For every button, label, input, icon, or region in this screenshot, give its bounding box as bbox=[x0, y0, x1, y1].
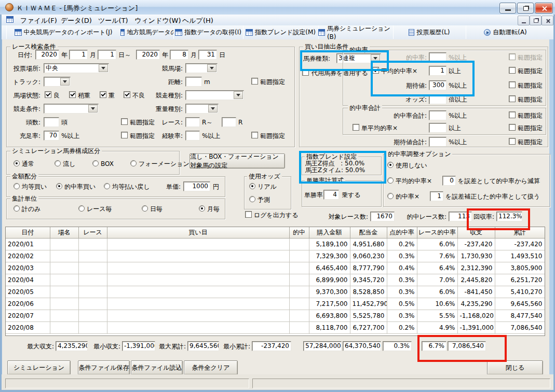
toolbar-auto-run[interactable]: 自動運転(A) bbox=[466, 25, 545, 39]
expect-range-checkbox[interactable] bbox=[509, 81, 516, 88]
radio-box[interactable] bbox=[92, 160, 99, 166]
race-cond-dropdown[interactable] bbox=[44, 104, 99, 114]
radio-per-race[interactable] bbox=[78, 205, 85, 212]
single-avg-checkbox[interactable] bbox=[353, 124, 359, 131]
odds-range-checkbox[interactable] bbox=[509, 95, 516, 102]
menu-tools[interactable]: ツール(T) bbox=[96, 16, 130, 25]
table-row[interactable]: 2020/027,329,3009,060,2300.3%7.6%1,730,9… bbox=[6, 250, 545, 262]
radio-formation[interactable] bbox=[130, 160, 137, 166]
track-dropdown[interactable] bbox=[44, 77, 71, 87]
toolbar-vote-history[interactable]: 投票履歴(L) bbox=[393, 25, 466, 39]
radio-equal-buy[interactable] bbox=[13, 183, 20, 189]
heads-range-checkbox[interactable] bbox=[121, 118, 128, 125]
avg-range-checkbox[interactable] bbox=[509, 67, 516, 74]
child-window-icon[interactable] bbox=[6, 16, 13, 23]
avg-hit-rate-input[interactable]: 1 bbox=[429, 66, 446, 76]
single-avg-range-checkbox[interactable] bbox=[509, 124, 516, 131]
race-from-input[interactable] bbox=[185, 117, 200, 127]
dropdown-arrow-icon[interactable] bbox=[207, 64, 216, 72]
simulate-button[interactable]: シミュレーション bbox=[7, 360, 71, 375]
single-avg-input[interactable] bbox=[429, 123, 446, 133]
state-heavy-checkbox[interactable] bbox=[100, 91, 106, 98]
place-dropdown[interactable]: 中央 bbox=[44, 63, 109, 73]
menu-file[interactable]: ファイル(F) bbox=[18, 16, 59, 25]
radio-equal-payout[interactable] bbox=[104, 183, 110, 189]
table-row[interactable]: 2020/036,465,4008,777,7900.4%6.4%2,312,3… bbox=[6, 262, 545, 274]
toolbar-blend-settings[interactable]: 指数ブレンド設定(M) bbox=[243, 25, 319, 39]
clear-conditions-button[interactable]: 条件全クリア bbox=[184, 360, 238, 375]
heads-input[interactable] bbox=[44, 117, 59, 127]
table-row[interactable]: 2020/076,693,8005,525,7800.3%5.5%-1,168,… bbox=[6, 310, 545, 322]
date-day-to-input[interactable]: 31 bbox=[198, 50, 217, 60]
win-rate-power-input[interactable]: 4 bbox=[323, 190, 339, 200]
child-minimize-button[interactable] bbox=[518, 16, 530, 25]
fill-rate-input[interactable]: 70 bbox=[44, 131, 59, 141]
menu-data[interactable]: データ(D) bbox=[59, 16, 94, 25]
distance-range-checkbox[interactable] bbox=[251, 78, 258, 85]
date-day-from-input[interactable]: 1 bbox=[98, 50, 116, 60]
dropdown-arrow-icon[interactable] bbox=[234, 91, 243, 99]
target-horse-settings-button[interactable]: 流し・BOX・フォーメーション 対象馬の設定 bbox=[189, 153, 285, 169]
state-good-checkbox[interactable] bbox=[45, 91, 51, 98]
state-bad-checkbox[interactable] bbox=[124, 91, 130, 98]
log-output-checkbox[interactable] bbox=[245, 211, 252, 218]
unit-price-input[interactable]: 1000 bbox=[183, 181, 210, 191]
radio-predicted-odds[interactable] bbox=[249, 196, 255, 202]
dropdown-arrow-icon[interactable] bbox=[208, 105, 218, 113]
radio-adjust-correct[interactable] bbox=[387, 193, 394, 199]
adjust-correct-input[interactable]: 1 bbox=[430, 191, 443, 201]
race-kind-dropdown[interactable] bbox=[185, 90, 244, 100]
radio-adjust-subtract[interactable] bbox=[387, 177, 394, 184]
date-year-to-input[interactable]: 2020 bbox=[136, 50, 160, 60]
exp-rate-input[interactable] bbox=[185, 131, 200, 141]
radio-real-odds[interactable] bbox=[249, 183, 255, 189]
radio-nagashi[interactable] bbox=[55, 160, 61, 166]
weight-dropdown[interactable] bbox=[185, 104, 219, 114]
table-row[interactable]: 2020/088,118,7006,727,7000.2%4.9%-1,391,… bbox=[6, 322, 545, 334]
minimize-button[interactable] bbox=[499, 3, 516, 13]
load-conditions-button[interactable]: 条件ファイル読込 bbox=[131, 360, 183, 375]
substitute-ticket-checkbox[interactable] bbox=[302, 69, 309, 76]
child-close-button[interactable] bbox=[542, 16, 553, 25]
table-row[interactable]: 2020/067,217,50011,452,7900.5%10.6%4,235… bbox=[6, 298, 545, 310]
race-to-input[interactable] bbox=[222, 117, 236, 127]
table-row[interactable]: 2020/046,899,9009,345,7200.3%7.0%2,445,8… bbox=[6, 274, 545, 286]
radio-total-only[interactable] bbox=[13, 205, 20, 212]
exp-range-checkbox[interactable] bbox=[251, 132, 258, 138]
toolbar-import-local[interactable]: 地方競馬データのインポート(N) bbox=[120, 25, 174, 39]
dropdown-arrow-icon[interactable] bbox=[99, 64, 108, 72]
table-row[interactable]: 2020/059,370,3008,528,8500.3%6.0%-841,45… bbox=[6, 286, 545, 298]
toolbar-get-index-data[interactable]: 指数データの取得(I) bbox=[173, 25, 243, 39]
toolbar-bet-simulation[interactable]: 馬券シミュレーション(B) bbox=[318, 25, 394, 39]
close-button[interactable] bbox=[535, 3, 553, 13]
radio-adjust-none[interactable] bbox=[387, 162, 394, 168]
dropdown-arrow-icon[interactable] bbox=[60, 78, 70, 86]
course-dropdown[interactable] bbox=[185, 63, 218, 73]
restore-button[interactable] bbox=[517, 3, 534, 13]
radio-daily[interactable] bbox=[142, 205, 148, 212]
toolbar-import-central[interactable]: 中央競馬データのインポート(J) bbox=[6, 25, 121, 39]
save-conditions-button[interactable]: 条件ファイル保存 bbox=[78, 360, 130, 375]
table-row[interactable]: 2020/015,189,1004,951,6800.2%6.0%-237,42… bbox=[6, 239, 545, 250]
hit-sum-range-checkbox[interactable] bbox=[509, 111, 516, 118]
state-slightly-heavy-checkbox[interactable] bbox=[69, 91, 76, 98]
date-year-from-input[interactable]: 2020 bbox=[35, 50, 59, 60]
hit-range-checkbox[interactable] bbox=[509, 53, 516, 60]
hit-rate-input[interactable] bbox=[429, 52, 446, 62]
menu-window[interactable]: ウィンドウ(W) bbox=[132, 16, 183, 25]
expect-sum-input[interactable] bbox=[429, 137, 446, 147]
adjust-subtract-input[interactable]: 0 bbox=[442, 176, 456, 186]
close-form-button[interactable]: 閉じる bbox=[487, 360, 543, 375]
date-month-from-input[interactable]: 1 bbox=[69, 50, 88, 60]
odds-input[interactable] bbox=[429, 94, 446, 104]
avg-hit-rate-checkbox[interactable] bbox=[372, 67, 379, 74]
fill-range-checkbox[interactable] bbox=[121, 132, 128, 138]
expect-sum-range-checkbox[interactable] bbox=[509, 138, 516, 145]
expect-input[interactable]: 300 bbox=[429, 80, 446, 90]
radio-hit-rate-buy[interactable] bbox=[56, 183, 62, 189]
dropdown-arrow-icon[interactable] bbox=[88, 105, 98, 113]
date-month-to-input[interactable]: 8 bbox=[170, 50, 188, 60]
distance-input[interactable] bbox=[185, 77, 202, 87]
hit-sum-input[interactable] bbox=[429, 110, 446, 120]
child-restore-button[interactable] bbox=[530, 16, 542, 25]
